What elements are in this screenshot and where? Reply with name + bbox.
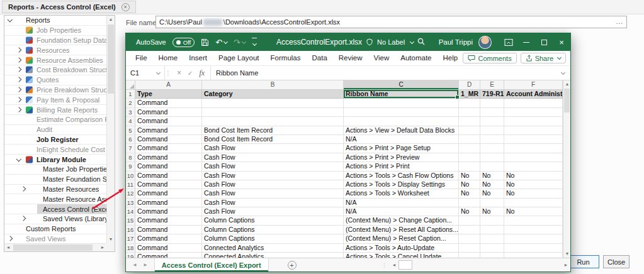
- cell-B13[interactable]: Cash Flow: [202, 199, 344, 207]
- expand-chevron-icon[interactable]: [16, 97, 21, 102]
- row-header-9[interactable]: 9: [126, 162, 135, 171]
- sheet-nav-left-icon[interactable]: ◄: [132, 262, 137, 268]
- expand-chevron-icon[interactable]: [21, 216, 26, 221]
- cell-C8[interactable]: Actions > Print > Preview: [344, 153, 459, 162]
- undo-button[interactable]: ↶: [215, 38, 227, 47]
- cell-E17[interactable]: [480, 234, 504, 243]
- cell-D7[interactable]: [459, 144, 480, 153]
- scroll-down-icon[interactable]: ▼: [107, 236, 115, 243]
- cell-A16[interactable]: Command: [135, 226, 202, 234]
- new-sheet-icon[interactable]: +: [288, 261, 297, 270]
- row-header-13[interactable]: 13: [126, 199, 135, 207]
- cell-B7[interactable]: Cash Flow: [202, 144, 344, 153]
- minimize-button[interactable]: [517, 33, 535, 51]
- cell-E7[interactable]: [480, 144, 504, 153]
- column-header-f[interactable]: F: [504, 80, 563, 89]
- cell-F3[interactable]: [504, 108, 563, 117]
- cell-A19[interactable]: Command: [135, 253, 202, 258]
- tree-item-saved-views-library[interactable]: Saved Views (Library): [4, 214, 106, 224]
- tree-item-master-resources[interactable]: Master Resources: [4, 185, 106, 195]
- cell-F6[interactable]: [504, 135, 563, 144]
- row-header-4[interactable]: 4: [126, 117, 135, 126]
- tree-item-saved-views[interactable]: Saved Views: [4, 234, 106, 243]
- cell-C19[interactable]: Actions > Tools > Cancel Update: [344, 253, 459, 258]
- file-name-input[interactable]: C:\Users\Paul\Downloads\AccessControlExp…: [155, 16, 627, 28]
- cell-C9[interactable]: Actions > Print > Print: [344, 162, 459, 171]
- name-box[interactable]: C1: [126, 66, 165, 80]
- cell-A8[interactable]: Command: [135, 153, 202, 162]
- row-header-17[interactable]: 17: [126, 234, 135, 243]
- search-icon[interactable]: [417, 37, 426, 47]
- cell-D1[interactable]: 1_MR: [459, 90, 480, 99]
- cell-A2[interactable]: Command: [135, 99, 202, 107]
- cell-D8[interactable]: [459, 153, 480, 162]
- ribbon-tab-data[interactable]: Data: [307, 51, 333, 65]
- tree-item-reports[interactable]: Reports: [4, 16, 106, 26]
- browse-ellipsis-icon[interactable]: ...: [616, 18, 623, 25]
- cell-F16[interactable]: [504, 226, 563, 234]
- column-header-e[interactable]: E: [480, 80, 504, 89]
- column-header-a[interactable]: A: [135, 80, 202, 89]
- cell-C5[interactable]: Actions > View > Default Data Blocks: [344, 126, 459, 135]
- cell-E13[interactable]: [480, 199, 504, 207]
- row-header-1[interactable]: 1: [126, 90, 135, 99]
- formula-bar-input[interactable]: Ribbon Name: [211, 66, 560, 80]
- cell-A11[interactable]: Command: [135, 180, 202, 189]
- cell-D5[interactable]: [459, 126, 480, 135]
- grid-scroll-up-icon[interactable]: ▲: [563, 80, 570, 88]
- cell-F11[interactable]: No: [504, 180, 563, 189]
- cell-C12[interactable]: Actions > Tools > Worksheet: [344, 189, 459, 198]
- cell-C2[interactable]: [344, 99, 459, 107]
- cell-F17[interactable]: [504, 234, 563, 243]
- row-header-7[interactable]: 7: [126, 144, 135, 153]
- hscroll-left-icon[interactable]: ◄: [390, 258, 398, 271]
- cell-D11[interactable]: No: [459, 180, 480, 189]
- redo-button[interactable]: ↷: [234, 38, 246, 47]
- autosave-toggle[interactable]: Off: [172, 38, 195, 47]
- cell-C13[interactable]: N/A: [344, 199, 459, 207]
- tree-item-access-control-excel[interactable]: Access Control (Excel): [4, 204, 106, 214]
- cell-C14[interactable]: N/A: [344, 207, 459, 216]
- tree-item-billing-rate-reports[interactable]: Billing Rate Reports: [4, 105, 106, 115]
- cell-E18[interactable]: [480, 244, 504, 253]
- expand-chevron-icon[interactable]: [8, 236, 13, 241]
- row-header-8[interactable]: 8: [126, 153, 135, 162]
- cell-A17[interactable]: Command: [135, 234, 202, 243]
- cell-E2[interactable]: [480, 99, 504, 107]
- cell-A14[interactable]: Command: [135, 207, 202, 216]
- collapse-chevron-icon[interactable]: [16, 156, 21, 162]
- cell-A10[interactable]: Command: [135, 172, 202, 180]
- tree-item-quotes[interactable]: Quotes: [4, 75, 106, 85]
- tree-hscroll-thumb[interactable]: [13, 244, 93, 251]
- cell-B17[interactable]: Column Captions: [202, 234, 344, 243]
- report-tab[interactable]: Reports - Access Control (Excel) ×: [2, 1, 136, 13]
- cell-F14[interactable]: No: [504, 207, 563, 216]
- formula-bar-expand-icon[interactable]: [560, 66, 565, 80]
- tree-item-custom-reports[interactable]: Custom Reports: [4, 224, 106, 234]
- ribbon-tab-page-layout[interactable]: Page Layout: [213, 51, 265, 65]
- cell-A9[interactable]: Command: [135, 162, 202, 171]
- cell-D16[interactable]: [459, 226, 480, 234]
- window-close-button[interactable]: ×: [553, 33, 570, 51]
- cell-C4[interactable]: [344, 117, 459, 126]
- ribbon-tab-review[interactable]: Review: [333, 51, 368, 65]
- tree-item-resources[interactable]: Resources: [4, 45, 106, 55]
- close-tab-icon[interactable]: ×: [121, 3, 130, 11]
- cell-A18[interactable]: Command: [135, 244, 202, 253]
- close-button[interactable]: Close: [603, 255, 630, 268]
- ribbon-tab-automate[interactable]: Automate: [395, 51, 437, 65]
- ribbon-tab-home[interactable]: Home: [153, 51, 184, 65]
- cell-E19[interactable]: [480, 253, 504, 258]
- cell-B6[interactable]: Bond Cost Item Record: [202, 135, 344, 144]
- user-name[interactable]: Paul Trippi: [439, 38, 473, 46]
- select-all-corner[interactable]: [126, 80, 135, 89]
- sheet-nav-right-icon[interactable]: ►: [143, 262, 148, 268]
- cell-B11[interactable]: Cash Flow: [202, 180, 344, 189]
- row-header-12[interactable]: 12: [126, 189, 135, 198]
- cell-A5[interactable]: Command: [135, 126, 202, 135]
- cell-C3[interactable]: [344, 108, 459, 117]
- cell-E10[interactable]: No: [480, 172, 504, 180]
- cell-B12[interactable]: Cash Flow: [202, 189, 344, 198]
- collapse-chevron-icon[interactable]: [8, 17, 13, 22]
- expand-chevron-icon[interactable]: [16, 57, 21, 62]
